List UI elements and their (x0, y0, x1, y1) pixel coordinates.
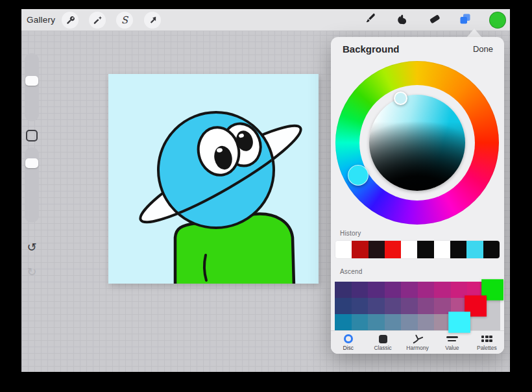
palette-swatch-r0-c3[interactable] (385, 282, 402, 298)
value-icon (435, 334, 469, 344)
palette-swatch-r0-c6[interactable] (434, 282, 451, 298)
tab-value[interactable]: Value (435, 331, 469, 354)
transform-button[interactable] (144, 12, 161, 29)
drawing-canvas[interactable] (108, 74, 319, 284)
selection-button[interactable]: S (116, 12, 133, 29)
history-label: History (340, 230, 361, 237)
smudge-finger-icon (395, 13, 407, 28)
palette-swatch-r0-c5[interactable] (418, 282, 435, 298)
popover-arrow (466, 29, 482, 38)
palette-swatch-r2-c5[interactable] (418, 314, 435, 330)
tab-disc[interactable]: Disc (331, 331, 365, 354)
brush-size-slider[interactable] (25, 53, 39, 121)
history-swatch-5[interactable] (417, 241, 433, 258)
palette-swatch-r2-c2[interactable] (368, 314, 385, 330)
palette-name-label: Ascend (340, 268, 363, 275)
transform-arrow-icon (147, 15, 158, 25)
palette-swatch-r1-c1[interactable] (352, 298, 369, 314)
palette-swatch-r2-c3[interactable] (385, 314, 402, 330)
palette-swatch-r1-c0[interactable] (335, 298, 352, 314)
history-swatch-6[interactable] (434, 241, 450, 258)
history-swatch-1[interactable] (352, 241, 368, 258)
history-swatch-4[interactable] (401, 241, 417, 258)
paintbrush-icon (363, 12, 376, 28)
done-button[interactable]: Done (473, 44, 493, 54)
palette-swatch-r1-c5[interactable] (418, 298, 435, 314)
eraser-icon (428, 12, 441, 28)
opacity-slider[interactable] (25, 147, 39, 223)
panel-title: Background (343, 43, 400, 55)
history-swatch-2[interactable] (369, 241, 385, 258)
classic-icon (365, 334, 400, 344)
erase-tool-button[interactable] (427, 12, 442, 28)
history-swatch-0[interactable] (335, 241, 352, 258)
history-swatches (335, 241, 500, 258)
disc-icon (331, 334, 365, 344)
hue-knob[interactable] (348, 165, 369, 186)
gallery-button[interactable]: Gallery (27, 9, 55, 31)
palette-swatch-r0-c0[interactable] (335, 282, 352, 298)
palette-swatch-r2-c9[interactable] (484, 314, 501, 330)
current-color-button[interactable] (489, 12, 506, 29)
panel-header: Background Done (331, 37, 504, 60)
background-color-popover: Background Done History Ascend DiscClass… (331, 37, 504, 354)
undo-icon[interactable]: ↺ (24, 239, 40, 255)
magic-wand-icon (92, 15, 103, 26)
selection-s-icon: S (121, 16, 128, 25)
history-swatch-7[interactable] (450, 241, 466, 258)
palette-swatch-r2-c1[interactable] (352, 314, 369, 330)
layers-button[interactable] (457, 12, 473, 28)
palette-grid (335, 282, 500, 330)
tab-classic[interactable]: Classic (365, 331, 400, 354)
layers-icon (459, 12, 472, 28)
modify-button[interactable] (26, 130, 38, 141)
opacity-slider-handle[interactable] (25, 158, 38, 168)
palette-swatch-r2-c0[interactable] (335, 314, 352, 330)
harmony-icon (400, 334, 435, 344)
saturation-brightness-disc[interactable] (369, 95, 465, 191)
adjustments-button[interactable] (89, 12, 106, 29)
palette-swatch-r0-c1[interactable] (352, 282, 369, 298)
brush-size-slider-handle[interactable] (25, 76, 38, 86)
palette-swatch-r2-c4[interactable] (401, 314, 418, 330)
tab-harmony[interactable]: Harmony (400, 331, 435, 354)
history-swatch-3[interactable] (385, 241, 401, 258)
history-swatch-9[interactable] (483, 241, 500, 258)
palette-swatch-r0-c4[interactable] (401, 282, 418, 298)
palettes-icon (470, 334, 504, 344)
procreate-app-window: Gallery S (21, 9, 510, 372)
brush-tool-button[interactable] (362, 12, 378, 28)
tab-palettes[interactable]: Palettes (470, 331, 504, 354)
canvas-artwork (108, 74, 319, 284)
palette-swatch-r1-c3[interactable] (385, 298, 402, 314)
palette-swatch-r1-c4[interactable] (401, 298, 418, 314)
history-swatch-8[interactable] (466, 241, 483, 258)
smudge-tool-button[interactable] (393, 12, 409, 28)
top-toolbar: Gallery S (21, 9, 510, 31)
palette-swatch-r0-c2[interactable] (368, 282, 385, 298)
redo-icon[interactable]: ↻ (24, 264, 40, 280)
actions-button[interactable] (62, 12, 79, 29)
color-panel-tab-bar: DiscClassicHarmonyValuePalettes (331, 330, 504, 354)
palette-swatch-r2-c7[interactable] (448, 312, 470, 333)
saturation-knob[interactable] (394, 92, 407, 105)
palette-swatch-r1-c2[interactable] (368, 298, 385, 314)
wrench-icon (65, 15, 76, 26)
